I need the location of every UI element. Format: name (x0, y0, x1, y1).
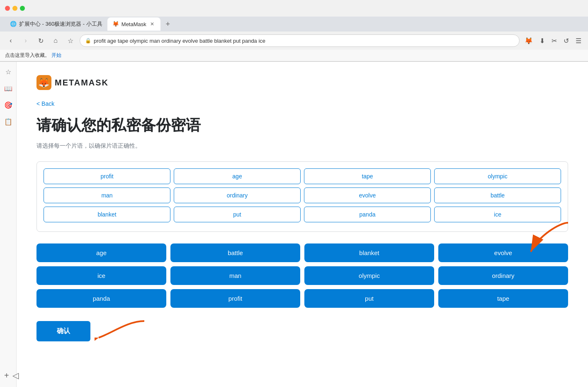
menu-btn[interactable]: ☰ (574, 35, 583, 46)
new-tab-button[interactable]: + (162, 18, 174, 30)
back-nav-button[interactable]: ‹ (5, 35, 17, 46)
source-word-button[interactable]: ordinary (438, 266, 568, 285)
word-grid-target: profitagetapeolympicmanordinaryevolvebat… (44, 168, 561, 222)
target-word-chip[interactable]: olympic (434, 168, 561, 184)
page-description: 请选择每一个片语，以确保片语正确性。 (36, 142, 568, 150)
word-source-grid: agebattleblanketevolveicemanolympicordin… (36, 243, 568, 308)
tab-label-extensions: 扩展中心 - 360极速浏览器 - 小工具 (19, 20, 102, 28)
main-layout: ☆ 📖 🎯 📋 🦊 METAMASK < Back 请确认您的私密备份密语 请选… (0, 62, 588, 387)
tab-metamask[interactable]: 🦊 MetaMask ✕ (107, 17, 160, 31)
lock-icon: 🔒 (85, 38, 91, 44)
sidebar-icon-target[interactable]: 🎯 (3, 100, 13, 110)
back-link[interactable]: < Back (36, 100, 54, 107)
confirm-section: 确认 (36, 321, 90, 341)
tab-close-metamask[interactable]: ✕ (149, 21, 156, 27)
tab-label-metamask: MetaMask (121, 21, 146, 27)
source-word-button[interactable]: panda (36, 289, 166, 308)
source-word-button[interactable]: man (170, 266, 300, 285)
address-input-wrap[interactable]: 🔒 profit age tape olympic man ordinary e… (80, 34, 520, 47)
reload-button[interactable]: ↻ (35, 35, 46, 46)
maximize-btn[interactable] (20, 6, 25, 11)
metamask-logo-text: METAMASK (55, 78, 109, 88)
bookmark-button[interactable]: ☆ (65, 35, 76, 46)
arrow-left-svg (95, 317, 148, 346)
address-text: profit age tape olympic man ordinary evo… (94, 38, 514, 44)
source-word-button[interactable]: evolve (438, 243, 568, 262)
source-word-button[interactable]: olympic (304, 266, 434, 285)
sidebar: ☆ 📖 🎯 📋 (0, 62, 17, 387)
metamask-action-btn[interactable]: 🦊 (523, 35, 535, 46)
content-area: 🦊 METAMASK < Back 请确认您的私密备份密语 请选择每一个片语，以… (17, 62, 588, 387)
sidebar-expand[interactable]: ◁ (12, 370, 19, 380)
window-controls (5, 6, 25, 11)
svg-text:🦊: 🦊 (38, 77, 50, 88)
target-word-chip[interactable]: evolve (304, 187, 431, 203)
address-bar: ‹ › ↻ ⌂ ☆ 🔒 profit age tape olympic man … (0, 32, 588, 50)
source-word-button[interactable]: ice (36, 266, 166, 285)
source-word-button[interactable]: put (304, 289, 434, 308)
target-word-chip[interactable]: age (174, 168, 301, 184)
home-button[interactable]: ⌂ (50, 35, 61, 46)
source-word-button[interactable]: age (36, 243, 166, 262)
scissors-btn[interactable]: ✂ (550, 35, 559, 46)
target-word-chip[interactable]: tape (304, 168, 431, 184)
title-bar (0, 0, 588, 17)
fox-svg-icon: 🦊 (36, 75, 51, 90)
tab-extensions[interactable]: 🌐 扩展中心 - 360极速浏览器 - 小工具 (5, 17, 107, 31)
forward-nav-button[interactable]: › (20, 35, 32, 46)
browser-actions: 🦊 ⬇ ✂ ↺ ☰ (523, 35, 583, 46)
target-word-chip[interactable]: blanket (44, 207, 170, 222)
source-word-button[interactable]: blanket (304, 243, 434, 262)
target-word-chip[interactable]: put (174, 207, 301, 222)
target-word-chip[interactable]: panda (304, 207, 431, 222)
tab-bar: 🌐 扩展中心 - 360极速浏览器 - 小工具 🦊 MetaMask ✕ + (0, 17, 588, 32)
bookmark-bar: 点击这里导入收藏。 开始 (0, 50, 588, 61)
sidebar-icon-book[interactable]: 📖 (3, 83, 13, 93)
source-word-button[interactable]: tape (438, 289, 568, 308)
target-word-chip[interactable]: man (44, 187, 170, 203)
download-btn[interactable]: ⬇ (538, 35, 547, 46)
target-word-chip[interactable]: battle (434, 187, 561, 203)
page-heading: 请确认您的私密备份密语 (36, 115, 568, 136)
bookmark-text: 点击这里导入收藏。 (5, 52, 50, 59)
sidebar-icon-clipboard[interactable]: 📋 (3, 117, 13, 127)
source-word-button[interactable]: battle (170, 243, 300, 262)
add-tab-bottom[interactable]: + (4, 371, 9, 380)
source-word-button[interactable]: profit (170, 289, 300, 308)
tab-favicon-extensions: 🌐 (10, 21, 17, 27)
history-btn[interactable]: ↺ (562, 35, 571, 46)
minimize-btn[interactable] (12, 6, 17, 11)
sidebar-icon-star[interactable]: ☆ (3, 67, 13, 77)
target-word-chip[interactable]: ice (434, 207, 561, 222)
close-btn[interactable] (5, 6, 10, 11)
word-grid-target-container: profitagetapeolympicmanordinaryevolvebat… (36, 161, 568, 232)
source-section: agebattleblanketevolveicemanolympicordin… (36, 243, 568, 308)
confirm-button[interactable]: 确认 (36, 321, 90, 341)
bookmark-link[interactable]: 开始 (51, 52, 61, 59)
tab-favicon-metamask: 🦊 (112, 21, 119, 27)
metamask-logo: 🦊 METAMASK (36, 75, 568, 90)
target-word-chip[interactable]: profit (44, 168, 170, 184)
target-word-chip[interactable]: ordinary (174, 187, 301, 203)
